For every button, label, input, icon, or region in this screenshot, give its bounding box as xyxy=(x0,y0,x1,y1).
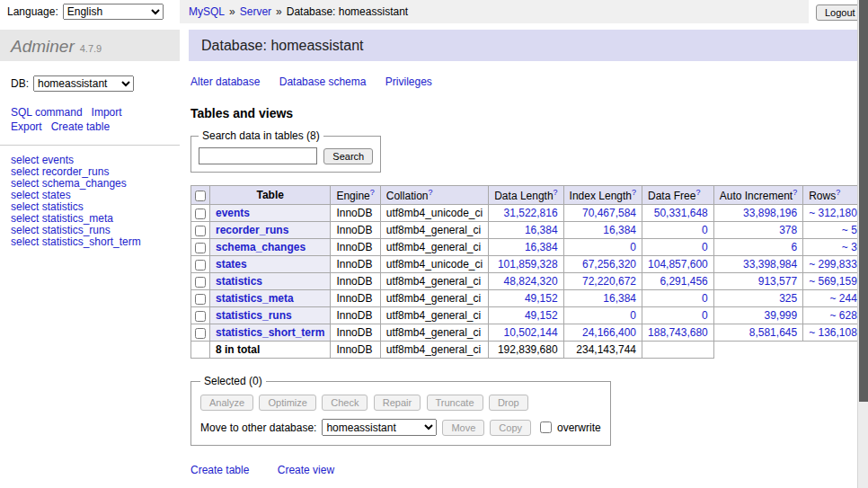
search-button[interactable]: Search xyxy=(323,148,373,164)
data-length-link[interactable]: 101,859,328 xyxy=(498,258,558,271)
data-free-link[interactable]: 0 xyxy=(702,224,708,236)
select-all-checkbox[interactable] xyxy=(195,191,206,201)
table-header-row: Table Engine? Collation? Data Length? In… xyxy=(191,186,868,205)
create-view-link[interactable]: Create view xyxy=(278,464,334,476)
data-length-link[interactable]: 49,152 xyxy=(525,309,558,322)
breadcrumb-server-link[interactable]: Server xyxy=(240,5,271,18)
data-free-link[interactable]: 50,331,648 xyxy=(654,207,708,219)
help-icon[interactable]: ? xyxy=(793,188,797,197)
sidebar: Adminer4.7.9 DB: homeassistant SQL comma… xyxy=(0,23,180,248)
data-free-link[interactable]: 6,291,456 xyxy=(660,275,707,288)
rows-count-link[interactable]: ~ 628 xyxy=(830,309,857,322)
table-link[interactable]: statistics_meta xyxy=(216,292,294,305)
table-link[interactable]: schema_changes xyxy=(216,241,306,253)
index-length-link[interactable]: 72,220,672 xyxy=(582,275,636,288)
rows-count-link[interactable]: ~ 244 xyxy=(830,292,857,305)
auto-increment-link[interactable]: 39,999 xyxy=(764,309,797,322)
data-length-link[interactable]: 10,502,144 xyxy=(504,326,558,339)
auto-increment-link[interactable]: 325 xyxy=(779,292,797,305)
index-length-link[interactable]: 0 xyxy=(630,309,636,322)
row-checkbox[interactable] xyxy=(195,277,206,288)
rows-count-link[interactable]: ~ 136,108 xyxy=(809,326,857,339)
help-icon[interactable]: ? xyxy=(370,188,375,197)
data-length-link[interactable]: 16,384 xyxy=(525,224,558,236)
collation-cell: utf8mb4_general_ci xyxy=(380,239,488,256)
rows-count-link[interactable]: ~ 569,159 xyxy=(809,275,857,288)
overwrite-checkbox[interactable] xyxy=(540,421,552,433)
table-link[interactable]: events xyxy=(216,207,250,219)
move-button[interactable]: Move xyxy=(442,420,484,436)
auto-increment-link[interactable]: 33,398,984 xyxy=(743,258,797,271)
auto-increment-link[interactable]: 6 xyxy=(791,241,797,253)
scrollbar-thumb[interactable] xyxy=(859,0,868,402)
help-icon[interactable]: ? xyxy=(632,188,636,197)
create-links: Create table Create view xyxy=(190,464,868,476)
drop-button[interactable]: Drop xyxy=(489,395,528,411)
create-table-link[interactable]: Create table xyxy=(51,120,110,133)
move-database-select[interactable]: homeassistant xyxy=(322,419,437,436)
collation-cell: utf8mb4_unicode_ci xyxy=(380,205,488,222)
help-icon[interactable]: ? xyxy=(428,188,432,197)
db-select[interactable]: homeassistant xyxy=(33,75,134,92)
collation-cell: utf8mb4_general_ci xyxy=(380,273,488,290)
column-header-collation: Collation? xyxy=(380,186,488,205)
data-length-link[interactable]: 48,824,320 xyxy=(504,275,558,288)
table-link[interactable]: statistics_short_term xyxy=(216,326,324,339)
rows-count-link[interactable]: ~ 312,180 xyxy=(809,207,857,219)
auto-increment-link[interactable]: 33,898,196 xyxy=(743,207,797,219)
rows-count-link[interactable]: ~ 5 xyxy=(842,224,857,236)
check-button[interactable]: Check xyxy=(322,395,368,411)
truncate-button[interactable]: Truncate xyxy=(427,395,483,411)
vertical-scrollbar[interactable] xyxy=(857,0,868,488)
data-free-link[interactable]: 104,857,600 xyxy=(648,258,708,271)
create-table-link-main[interactable]: Create table xyxy=(190,464,249,476)
data-free-link[interactable]: 0 xyxy=(702,292,708,305)
optimize-button[interactable]: Optimize xyxy=(259,395,315,411)
auto-increment-link[interactable]: 378 xyxy=(779,224,797,236)
table-link[interactable]: recorder_runs xyxy=(216,224,288,236)
alter-database-link[interactable]: Alter database xyxy=(190,75,260,88)
row-checkbox[interactable] xyxy=(195,260,206,271)
data-free-link[interactable]: 0 xyxy=(702,309,708,322)
auto-increment-link[interactable]: 8,581,645 xyxy=(749,326,797,339)
copy-button[interactable]: Copy xyxy=(490,420,531,436)
index-length-link[interactable]: 67,256,320 xyxy=(582,258,636,271)
column-header-auto-increment: Auto Increment? xyxy=(713,186,802,205)
index-length-link[interactable]: 70,467,584 xyxy=(582,207,636,219)
table-link[interactable]: statistics_runs xyxy=(216,309,292,322)
index-length-link[interactable]: 24,166,400 xyxy=(582,326,636,339)
data-length-link[interactable]: 16,384 xyxy=(525,241,558,253)
row-checkbox[interactable] xyxy=(195,294,206,305)
row-checkbox[interactable] xyxy=(195,243,206,253)
rows-count-link[interactable]: ~ 3 xyxy=(842,241,857,253)
sidebar-item-select-statistics-short-term[interactable]: select statistics_short_term xyxy=(11,236,169,248)
rows-count-link[interactable]: ~ 299,833 xyxy=(809,258,857,271)
export-link[interactable]: Export xyxy=(11,120,42,133)
privileges-link[interactable]: Privileges xyxy=(385,75,432,88)
repair-button[interactable]: Repair xyxy=(374,395,421,411)
row-checkbox[interactable] xyxy=(195,311,206,322)
breadcrumb-mysql-link[interactable]: MySQL xyxy=(189,5,225,18)
search-input[interactable] xyxy=(199,147,317,164)
row-checkbox[interactable] xyxy=(195,209,206,219)
data-length-link[interactable]: 49,152 xyxy=(525,292,558,305)
auto-increment-link[interactable]: 913,577 xyxy=(758,275,797,288)
row-checkbox[interactable] xyxy=(195,328,206,339)
table-link[interactable]: statistics xyxy=(216,275,262,288)
help-icon[interactable]: ? xyxy=(695,188,700,197)
index-length-link[interactable]: 16,384 xyxy=(603,292,636,305)
data-free-link[interactable]: 0 xyxy=(702,241,708,253)
table-link[interactable]: states xyxy=(216,258,247,271)
index-length-link[interactable]: 16,384 xyxy=(603,224,636,236)
database-schema-link[interactable]: Database schema xyxy=(279,75,367,88)
sql-command-link[interactable]: SQL command xyxy=(11,106,83,119)
data-free-link[interactable]: 188,743,680 xyxy=(648,326,708,339)
language-select[interactable]: English xyxy=(63,4,164,20)
analyze-button[interactable]: Analyze xyxy=(200,395,253,411)
help-icon[interactable]: ? xyxy=(836,188,840,197)
data-length-link[interactable]: 31,522,816 xyxy=(504,207,558,219)
row-checkbox[interactable] xyxy=(195,226,206,236)
index-length-link[interactable]: 0 xyxy=(630,241,636,253)
help-icon[interactable]: ? xyxy=(554,188,558,197)
import-link[interactable]: Import xyxy=(92,106,122,119)
